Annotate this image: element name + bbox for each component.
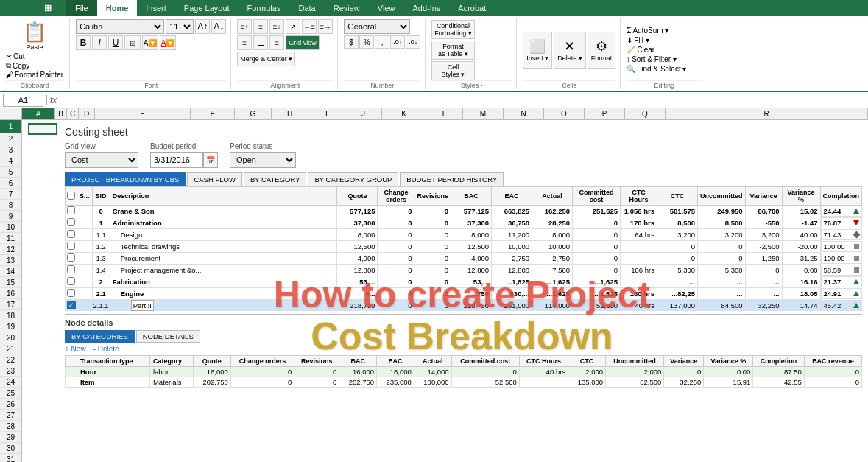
row-num-12[interactable]: 12 (0, 244, 21, 255)
row-num-20[interactable]: 20 (0, 332, 21, 343)
tab-project-breakdown[interactable]: PROJECT BREAKDOWN BY CBS (65, 172, 186, 186)
col-header-f[interactable]: F (191, 108, 235, 119)
row-num-30[interactable]: 30 (0, 443, 21, 454)
row-num-16[interactable]: 16 (0, 288, 21, 299)
table-row[interactable]: 1.3 Procurement 4,000 0 0 4,000 2,750 2,… (66, 253, 862, 265)
row-num-19[interactable]: 19 (0, 321, 21, 332)
cell-styles-button[interactable]: CellStyles ▾ (431, 61, 475, 80)
col-header-q[interactable]: Q (625, 108, 666, 119)
col-header-h[interactable]: H (272, 108, 308, 119)
tab-cash-flow[interactable]: CASH FLOW (187, 172, 241, 186)
formula-input[interactable] (60, 94, 865, 107)
row-num-11[interactable]: 11 (0, 233, 21, 244)
font-name-select[interactable]: Calibri (76, 19, 164, 34)
col-header-k[interactable]: K (382, 108, 426, 119)
row-checkbox[interactable] (67, 230, 75, 238)
decrease-dec-button[interactable]: .0↓ (406, 35, 420, 49)
wrap-text-button[interactable]: Grid view (286, 35, 320, 50)
table-row[interactable]: 1.2 Technical drawings 12,500 0 0 12,500… (66, 241, 862, 253)
col-header-r[interactable]: R (666, 108, 868, 119)
row-num-3[interactable]: 3 (0, 144, 21, 155)
delete-button[interactable]: ✕Delete ▾ (554, 32, 586, 69)
row-num-2[interactable]: 2 (0, 133, 21, 144)
col-header-g[interactable]: G (235, 108, 272, 119)
row-num-25[interactable]: 25 (0, 388, 21, 399)
font-size-select[interactable]: 11 (166, 19, 194, 34)
col-header-d[interactable]: D (79, 108, 95, 119)
tab-home[interactable]: Home (97, 0, 138, 16)
tab-addins[interactable]: Add-Ins (403, 0, 449, 16)
align-top-left-button[interactable]: ≡↑ (237, 19, 252, 34)
row-num-29[interactable]: 29 (0, 432, 21, 443)
tab-review[interactable]: Review (325, 0, 369, 16)
new-action[interactable]: + New (65, 345, 86, 353)
row-num-23[interactable]: 23 (0, 365, 21, 377)
align-top-center-button[interactable]: ≡ (253, 19, 268, 34)
bold-button[interactable]: B (76, 35, 91, 50)
col-header-a[interactable]: A (22, 108, 55, 119)
tab-data[interactable]: Data (289, 0, 324, 16)
col-header-m[interactable]: M (463, 108, 504, 119)
number-format-select[interactable]: General (344, 19, 410, 34)
tab-file[interactable]: File (66, 0, 97, 16)
grid-view-select[interactable]: Cost (65, 152, 138, 168)
row-num-6[interactable]: 6 (0, 178, 21, 189)
tab-insert[interactable]: Insert (137, 0, 175, 16)
row-checkbox[interactable] (67, 206, 75, 214)
table-row[interactable]: 0 Crane & Son 577,125 0 0 577,125 663,82… (66, 206, 862, 217)
node-details-tab[interactable]: NODE DETAILS (136, 330, 200, 343)
tab-by-category[interactable]: BY CATEGORY (244, 172, 307, 186)
orient-button[interactable]: ↗ (286, 19, 300, 34)
table-row[interactable]: 1.1 Design 8,000 0 0 8,000 11,200 8,000 … (66, 229, 862, 241)
row-num-26[interactable]: 26 (0, 399, 21, 410)
decrease-font-button[interactable]: A↓ (211, 19, 226, 34)
tab-formulas[interactable]: Formulas (239, 0, 290, 16)
cell-a1-selected[interactable] (28, 123, 57, 135)
period-status-select[interactable]: Open (230, 152, 296, 168)
row-num-4[interactable]: 4 (0, 155, 21, 167)
paste-button[interactable]: 📋 Paste (6, 19, 63, 52)
table-row[interactable]: 1.4 Project management &o... 12,800 0 0 … (66, 265, 862, 276)
italic-button[interactable]: I (92, 35, 107, 50)
align-center-button[interactable]: ☰ (253, 35, 268, 50)
increase-dec-button[interactable]: .0↑ (390, 35, 405, 49)
row-num-7[interactable]: 7 (0, 189, 21, 200)
col-header-l[interactable]: L (426, 108, 463, 119)
col-header-c[interactable]: C (67, 108, 79, 119)
tab-view[interactable]: View (369, 0, 404, 16)
clear-button[interactable]: 🧹Clear (627, 46, 702, 54)
row-num-1[interactable]: 1 (0, 120, 21, 133)
col-header-p[interactable]: P (585, 108, 625, 119)
budget-period-input[interactable] (150, 152, 203, 168)
row-num-21[interactable]: 21 (0, 343, 21, 354)
row-num-10[interactable]: 10 (0, 222, 21, 233)
row-num-13[interactable]: 13 (0, 255, 21, 266)
copy-button[interactable]: ⧉Copy (6, 61, 63, 70)
fill-color-button[interactable]: A🔽 (142, 35, 158, 50)
table-row[interactable]: 2.1 Engine 4... 0 0 ...750 530,... ...1,… (66, 288, 862, 300)
comma-button[interactable]: , (375, 35, 389, 49)
detail-row-hour[interactable]: Hour labor 16,000 0 0 16,000 16,000 14,0… (66, 367, 862, 377)
tab-acrobat[interactable]: Acrobat (449, 0, 495, 16)
indent-inc-button[interactable]: ≡→ (318, 19, 333, 34)
align-top-right-button[interactable]: ≡↓ (269, 19, 284, 34)
sort-filter-button[interactable]: ↕Sort & Filter ▾ (627, 55, 702, 63)
autosum-button[interactable]: ΣAutoSum ▾ (627, 27, 702, 35)
find-select-button[interactable]: 🔍Find & Select ▾ (627, 65, 702, 73)
align-right-button[interactable]: ≡ (269, 35, 284, 50)
calendar-button[interactable]: 📅 (203, 152, 218, 168)
col-header-e[interactable]: E (95, 108, 191, 119)
row-num-8[interactable]: 8 (0, 200, 21, 211)
table-row[interactable]: 1 Administration 37,300 0 0 37,300 36,75… (66, 217, 862, 229)
detail-row-item[interactable]: Item Materials 202,750 0 0 202,750 235,0… (66, 377, 862, 388)
tab-budget-period-history[interactable]: BUDGET PERIOD HISTORY (400, 172, 504, 186)
tab-by-category-group[interactable]: BY CATEGORY GROUP (308, 172, 398, 186)
align-left-button[interactable]: ≡ (237, 35, 252, 50)
select-all-checkbox[interactable] (67, 192, 75, 200)
row-num-27[interactable]: 27 (0, 410, 21, 421)
table-row[interactable]: 2 Fabrication 53,... 0 0 53,... ...1,625… (66, 276, 862, 288)
cut-button[interactable]: ✂Cut (6, 52, 63, 60)
tab-page-layout[interactable]: Page Layout (175, 0, 239, 16)
format-button[interactable]: ⚙Format (588, 32, 616, 69)
col-header-o[interactable]: O (544, 108, 585, 119)
